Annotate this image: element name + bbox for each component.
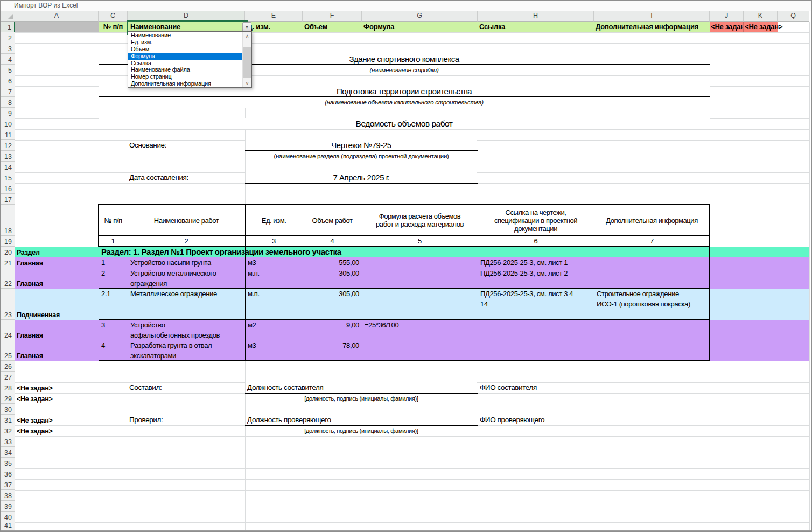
basis-caption[interactable]: (наименование раздела (подраздела) проек… [245, 151, 478, 161]
row-header-29[interactable]: 29 [1, 393, 15, 404]
column-header-I[interactable]: I [594, 11, 710, 22]
cell-num[interactable]: 3 [99, 320, 128, 331]
sign-caption[interactable]: [должность, подпись (инициалы, фамилия)] [245, 426, 478, 436]
row-header-18[interactable]: 18 [1, 205, 15, 236]
row-header-12[interactable]: 12 [1, 140, 15, 151]
not-set-tag[interactable]: <Не задан> [15, 415, 98, 425]
col-number[interactable]: 1 [99, 236, 128, 247]
checked-label[interactable]: Проверил: [129, 415, 163, 425]
th-name[interactable]: Наименование работ [128, 205, 245, 236]
row-header-10[interactable]: 10 [1, 118, 15, 129]
column-header-F[interactable]: F [303, 11, 362, 22]
row-header-25[interactable]: 25 [1, 340, 15, 361]
cell-name[interactable]: Устройство насыпи грунта [128, 257, 245, 268]
row-header-19[interactable]: 19 [1, 236, 15, 247]
column-header-G[interactable]: G [362, 11, 478, 22]
column-header-J[interactable]: J [710, 11, 744, 22]
composed-position[interactable]: Должность составителя [247, 382, 323, 393]
not-set-tag[interactable]: <Не задан> [15, 393, 98, 404]
date-value[interactable]: 7 Апрель 2025 г. [245, 172, 478, 183]
dropdown-item-2[interactable]: Ед. изм. [128, 39, 242, 46]
row-type-tag[interactable]: Главная [15, 320, 98, 340]
th-volume[interactable]: Объем работ [303, 205, 362, 236]
row-header-40[interactable]: 40 [1, 512, 15, 522]
dropdown-item-7[interactable]: Номер страниц [128, 73, 242, 80]
th-reference[interactable]: Ссылка на чертежи, спецификации в проект… [478, 205, 594, 236]
object-caption[interactable]: (наименование объекта капитального строи… [99, 97, 710, 107]
composed-name[interactable]: ФИО составителя [480, 382, 537, 393]
row-header-15[interactable]: 15 [1, 172, 15, 183]
row-header-37[interactable]: 37 [1, 479, 15, 490]
row-header-26[interactable]: 26 [1, 361, 15, 372]
cell-num[interactable]: 1 [99, 257, 128, 268]
sign-caption[interactable]: [должность, подпись (инициалы, фамилия)] [245, 394, 478, 403]
row-header-34[interactable]: 34 [1, 447, 15, 458]
row-header-20[interactable]: 20 [1, 247, 15, 257]
section-title[interactable]: Раздел: 1. Раздел №1 Проект организации … [101, 247, 709, 257]
row-header-3[interactable]: 3 [1, 43, 15, 54]
cell-volume[interactable]: 9,00 [303, 320, 362, 331]
cell-g1[interactable]: Формула [362, 22, 478, 32]
row-header-11[interactable]: 11 [1, 129, 15, 140]
row-header-33[interactable]: 33 [1, 436, 15, 447]
cell-unit[interactable]: м.п. [245, 289, 303, 299]
row-header-14[interactable]: 14 [1, 162, 15, 172]
col-number[interactable]: 3 [245, 236, 303, 247]
cell-info[interactable]: Строительное ограждение ИСО-1 (порошкова… [594, 289, 710, 309]
basis-label[interactable]: Основание: [129, 140, 166, 151]
row-header-41[interactable]: 41 [1, 522, 15, 530]
row-header-17[interactable]: 17 [1, 194, 15, 205]
row-header-35[interactable]: 35 [1, 458, 15, 468]
row-header-38[interactable]: 38 [1, 490, 15, 501]
col-number[interactable]: 5 [362, 236, 478, 247]
column-header-D[interactable]: D [128, 11, 245, 22]
cell-unit[interactable]: м3 [245, 340, 303, 351]
dropdown-item-5[interactable]: Ссылка [128, 60, 242, 67]
row-header-7[interactable]: 7 [1, 86, 15, 97]
not-set-tag[interactable]: <Не задан> [15, 382, 98, 393]
row-header-1[interactable]: 1 [1, 22, 15, 32]
cell-h1[interactable]: Ссылка [478, 22, 594, 32]
row-header-21[interactable]: 21 [1, 257, 15, 268]
th-unit[interactable]: Ед. изм. [245, 205, 303, 236]
cell-e1[interactable]: Ед. изм. [243, 22, 301, 32]
row-header-2[interactable]: 2 [1, 32, 15, 43]
row-type-tag[interactable]: Главная [15, 257, 98, 268]
column-header-E[interactable]: E [245, 11, 303, 22]
object-title[interactable]: Подготовка территории строительства [99, 86, 710, 97]
row-type-tag[interactable]: Главная [15, 340, 98, 361]
cell-i1[interactable]: Дополнительная информация [594, 22, 710, 32]
cell-name[interactable]: Устройство асфальтобетонных проездов [128, 320, 245, 340]
checked-position[interactable]: Должность проверяющего [247, 415, 331, 425]
dropdown-item-4[interactable]: Формула [128, 53, 242, 60]
dropdown-item-8[interactable]: Дополнительная информация [128, 80, 242, 87]
checked-name[interactable]: ФИО проверяющего [480, 415, 544, 425]
cell-num[interactable]: 2 [99, 268, 128, 279]
row-header-13[interactable]: 13 [1, 151, 15, 162]
cell-name[interactable]: Металлическое ограждение [128, 289, 245, 299]
column-header-H[interactable]: H [478, 11, 594, 22]
row-header-36[interactable]: 36 [1, 468, 15, 479]
cell-volume[interactable]: 305,00 [303, 268, 362, 279]
composed-label[interactable]: Составил: [129, 382, 162, 393]
dropdown-item-1[interactable]: Наименование [128, 32, 242, 39]
th-formula[interactable]: Формула расчета объемов работ и расхода … [362, 205, 478, 236]
row-header-22[interactable]: 22 [1, 268, 15, 289]
row-header-5[interactable]: 5 [1, 65, 15, 75]
cell-formula[interactable]: =25*36/100 [362, 320, 478, 331]
column-header-K[interactable]: K [744, 11, 778, 22]
row-header-8[interactable]: 8 [1, 97, 15, 108]
row-type-tag[interactable]: Главная [15, 268, 98, 289]
row-header-27[interactable]: 27 [1, 372, 15, 382]
row-header-39[interactable]: 39 [1, 501, 15, 512]
row-header-30[interactable]: 30 [1, 404, 15, 415]
dropdown-button[interactable]: ▼ [242, 22, 251, 32]
cell-reference[interactable]: ПД256-2025-25-3, см. лист 2 [478, 268, 594, 279]
row-header-31[interactable]: 31 [1, 415, 15, 425]
th-info[interactable]: Дополнительная информация [594, 205, 710, 236]
column-header-C[interactable]: C [99, 11, 128, 22]
row-header-16[interactable]: 16 [1, 183, 15, 194]
row-header-24[interactable]: 24 [1, 320, 15, 340]
row-header-9[interactable]: 9 [1, 108, 15, 118]
doc-title[interactable]: Ведомость объемов работ [99, 118, 710, 129]
